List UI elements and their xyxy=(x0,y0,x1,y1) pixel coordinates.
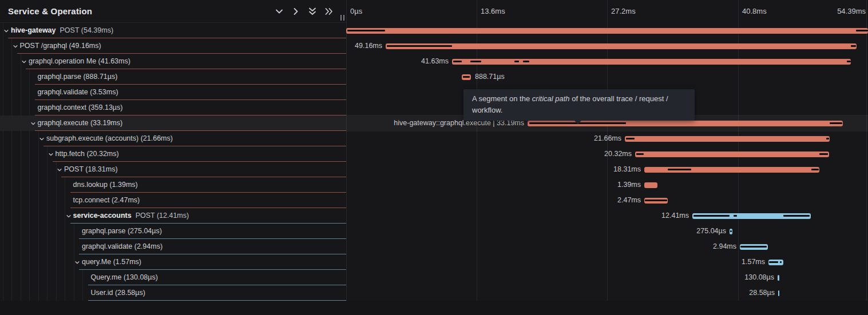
span-row[interactable]: http.fetch (20.32ms) xyxy=(0,146,346,162)
indent-guide xyxy=(21,285,21,301)
indent-guide xyxy=(11,285,12,301)
span-duration-label: 18.31ms xyxy=(613,162,641,177)
axis-tick-label: 13.6ms xyxy=(481,0,505,23)
span-bar[interactable] xyxy=(730,229,732,234)
double-chevron-right-icon[interactable] xyxy=(324,7,334,16)
span-label: graphql.context (359.13µs) xyxy=(38,100,123,115)
critical-path-segment xyxy=(387,45,452,47)
indent-guide xyxy=(47,177,47,193)
span-row[interactable]: graphql.context (359.13µs) xyxy=(0,100,346,115)
indent-guide xyxy=(11,54,12,69)
indent-guide xyxy=(29,208,30,224)
span-bar[interactable] xyxy=(740,244,768,250)
indent-guide xyxy=(21,270,21,285)
indent-guide xyxy=(21,193,21,208)
span-bar[interactable] xyxy=(625,136,830,142)
double-chevron-down-icon[interactable] xyxy=(308,7,317,16)
chevron-down-icon[interactable] xyxy=(74,260,80,265)
indent-guide xyxy=(3,285,3,301)
indent-guide xyxy=(11,208,12,224)
span-duration-label: 12.41ms xyxy=(661,208,689,224)
chevron-down-icon[interactable] xyxy=(13,43,18,49)
chevron-down-icon[interactable] xyxy=(57,167,62,173)
span-row[interactable]: dns.lookup (1.39ms) xyxy=(0,177,346,193)
span-bar[interactable] xyxy=(386,43,857,49)
span-bar[interactable] xyxy=(644,167,819,173)
indent-guide xyxy=(3,85,3,100)
indent-guide xyxy=(56,239,57,254)
span-bar[interactable] xyxy=(778,290,779,296)
critical-path-segment xyxy=(730,230,732,232)
span-label: graphql.validate (3.53ms) xyxy=(38,85,118,100)
chevron-right-icon[interactable] xyxy=(291,7,300,16)
span-row[interactable]: graphql.validate (2.94ms) xyxy=(0,239,346,254)
span-row[interactable]: User.id (28.58µs) xyxy=(0,285,346,301)
chevron-down-icon[interactable] xyxy=(275,7,284,16)
span-label: http.fetch (20.32ms) xyxy=(56,146,119,162)
span-row[interactable]: hive-gatewayPOST (54.39ms) xyxy=(0,23,346,38)
span-bar[interactable] xyxy=(768,260,783,265)
chevron-down-icon[interactable] xyxy=(39,136,45,142)
span-bar[interactable] xyxy=(635,151,829,157)
span-duration-label: 21.66ms xyxy=(594,131,621,146)
span-row[interactable]: query.Me (1.57ms) xyxy=(0,254,346,270)
indent-guide xyxy=(3,208,3,224)
span-bar[interactable] xyxy=(692,213,811,219)
timeline-row: 20.32ms xyxy=(346,146,868,162)
span-bar[interactable] xyxy=(462,74,471,80)
indent-guide xyxy=(47,224,47,239)
timeline-axis: 0µs13.6ms27.2ms40.8ms54.39ms xyxy=(346,0,868,23)
timeline-row: 21.66ms xyxy=(346,131,868,146)
indent-guide xyxy=(11,115,12,131)
indent-guide xyxy=(11,146,12,162)
chevron-down-icon[interactable] xyxy=(21,59,27,65)
timeline-row: 18.31ms xyxy=(346,162,868,177)
span-row[interactable]: POST (18.31ms) xyxy=(0,162,346,177)
chevron-down-icon[interactable] xyxy=(48,151,54,157)
indent-guide xyxy=(11,270,12,285)
indent-guide xyxy=(29,177,30,193)
critical-path-segment xyxy=(740,246,767,248)
column-resizer-handle[interactable] xyxy=(340,15,344,21)
span-bar[interactable] xyxy=(644,182,657,188)
indent-guide xyxy=(3,131,3,146)
indent-guide xyxy=(65,224,65,239)
indent-guide xyxy=(21,131,21,146)
tooltip-text: A segment on the xyxy=(472,94,532,103)
chevron-down-icon[interactable] xyxy=(3,28,9,34)
indent-guide xyxy=(21,162,21,177)
span-row[interactable]: graphql.operation Me (41.63ms) xyxy=(0,54,346,69)
span-row[interactable]: service-accountsPOST (12.41ms) xyxy=(0,208,346,224)
indent-guide xyxy=(3,270,3,285)
operation-name: POST (54.39ms) xyxy=(60,26,114,34)
critical-path-segment xyxy=(811,169,819,170)
span-row[interactable]: tcp.connect (2.47ms) xyxy=(0,193,346,208)
indent-guide xyxy=(29,193,30,208)
indent-guide xyxy=(74,239,74,254)
indent-guide xyxy=(11,69,12,85)
span-row[interactable]: graphql.validate (3.53ms) xyxy=(0,85,346,100)
critical-path-segment xyxy=(523,61,529,62)
span-row[interactable]: subgraph.execute (accounts) (21.66ms) xyxy=(0,131,346,146)
span-row[interactable]: graphql.parse (888.71µs) xyxy=(0,69,346,85)
span-row[interactable]: graphql.execute (33.19ms) xyxy=(0,115,346,131)
span-bar[interactable] xyxy=(452,59,851,65)
span-row[interactable]: graphql.parse (275.04µs) xyxy=(0,224,346,239)
indent-guide xyxy=(56,254,57,270)
span-row[interactable]: POST /graphql (49.16ms) xyxy=(0,38,346,54)
span-bar[interactable] xyxy=(346,28,868,34)
indent-guide xyxy=(3,239,3,254)
span-bar[interactable] xyxy=(644,198,668,204)
indent-guide xyxy=(3,177,3,193)
indent-guide xyxy=(21,146,21,162)
span-row[interactable]: Query.me (130.08µs) xyxy=(0,270,346,285)
chevron-down-icon[interactable] xyxy=(30,121,36,126)
span-bar[interactable] xyxy=(778,275,779,281)
indent-guide xyxy=(47,239,47,254)
span-label: Query.me (130.08µs) xyxy=(91,270,158,285)
indent-guide xyxy=(21,224,21,239)
axis-tick-label: 40.8ms xyxy=(742,0,767,23)
indent-guide xyxy=(56,208,57,224)
chevron-down-icon[interactable] xyxy=(66,213,72,219)
indent-guide xyxy=(38,193,39,208)
